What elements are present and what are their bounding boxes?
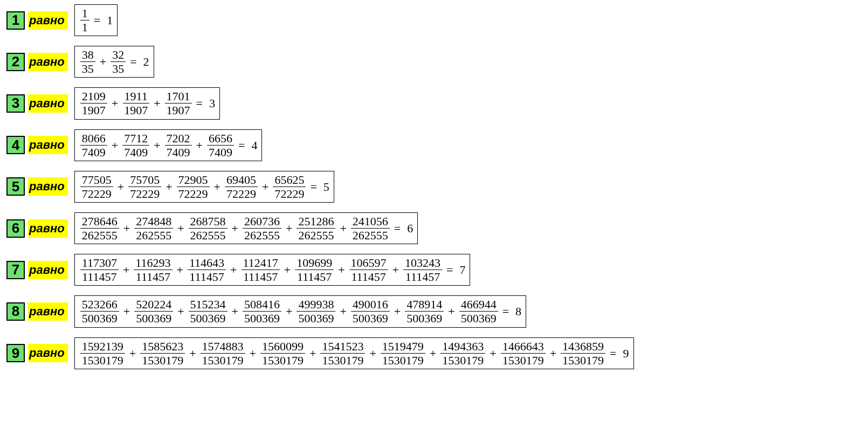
fraction-numerator: 508416 [243, 298, 281, 312]
fraction-denominator: 500369 [189, 312, 228, 324]
equation-row: 6равно278646262555+274848262555+26875826… [6, 212, 862, 244]
fraction-numerator: 77505 [80, 174, 113, 187]
equals-word-label: равно [28, 261, 68, 279]
equation-box: 117307111457+116293111457+114643111457+1… [74, 254, 471, 286]
equals-word-label: равно [28, 219, 68, 238]
fraction-denominator: 262555 [189, 229, 228, 241]
fraction-denominator: 500369 [243, 312, 281, 324]
equals-operator: = [130, 56, 136, 68]
fraction-denominator: 262555 [80, 229, 119, 241]
fraction: 114643111457 [188, 257, 226, 283]
fraction-numerator: 2109 [80, 90, 107, 103]
fraction-denominator: 7409 [207, 146, 234, 158]
plus-operator: + [214, 181, 221, 193]
fraction: 15194791530179 [381, 340, 425, 367]
fraction-numerator: 1911 [123, 90, 149, 103]
plus-operator: + [154, 139, 160, 151]
fraction: 6940572229 [225, 174, 258, 200]
fraction-denominator: 111457 [188, 270, 225, 283]
plus-operator: + [230, 264, 237, 276]
fraction: 15415231530179 [320, 340, 365, 367]
equation-row: 5равно7750572229+7570572229+7290572229+6… [6, 171, 862, 203]
fraction-denominator: 35 [80, 62, 95, 75]
equals-operator: = [394, 222, 401, 234]
fraction-numerator: 1541523 [320, 340, 365, 354]
row-index-badge: 3 [6, 94, 25, 113]
fraction-numerator: 117307 [80, 257, 119, 270]
fraction-denominator: 72229 [225, 187, 258, 200]
fraction-numerator: 1701 [165, 90, 192, 103]
plus-operator: + [369, 347, 376, 360]
fraction-denominator: 7409 [80, 146, 107, 158]
fraction-numerator: 38 [80, 49, 95, 62]
plus-operator: + [177, 305, 184, 317]
fraction: 3235 [111, 49, 126, 75]
fraction: 72027409 [165, 132, 192, 158]
fraction-numerator: 69405 [225, 174, 258, 187]
equations-list: 1равно11=12равно3835+3235=23равно2109190… [6, 4, 862, 369]
fraction: 77127409 [122, 132, 149, 158]
plus-operator: + [177, 222, 184, 234]
fraction: 80667409 [80, 132, 107, 158]
result-value: 2 [143, 56, 149, 68]
fraction-denominator: 111457 [80, 270, 118, 283]
fraction-denominator: 500369 [80, 312, 119, 324]
fraction-denominator: 1530179 [440, 354, 485, 367]
fraction-numerator: 478914 [405, 298, 444, 312]
equals-word-label: равно [28, 344, 68, 362]
result-value: 7 [459, 264, 465, 276]
fraction: 66567409 [207, 132, 234, 158]
fraction: 7750572229 [80, 174, 113, 200]
plus-operator: + [112, 139, 118, 151]
fraction-denominator: 7409 [122, 146, 149, 158]
fraction-denominator: 72229 [273, 187, 306, 200]
row-index-badge: 6 [6, 219, 25, 238]
equation-row: 1равно11=1 [6, 4, 862, 36]
row-index-badge: 1 [6, 11, 25, 30]
fraction: 15856231530179 [140, 340, 185, 367]
fraction-denominator: 262555 [134, 229, 173, 241]
equals-operator: = [610, 347, 616, 360]
fraction: 241056262555 [351, 215, 390, 241]
fraction: 7290572229 [177, 174, 210, 200]
fraction-numerator: 499938 [297, 298, 335, 312]
equals-word-label: равно [28, 177, 68, 196]
equals-word-label: равно [28, 136, 68, 154]
fraction: 7570572229 [128, 174, 161, 200]
fraction-denominator: 1530179 [501, 354, 546, 367]
equation-box: 11=1 [74, 4, 118, 36]
fraction-numerator: 490016 [351, 298, 390, 312]
equation-row: 8равно523266500369+520224500369+51523450… [6, 295, 862, 327]
fraction: 466944500369 [459, 298, 498, 324]
fraction-numerator: 520224 [134, 298, 173, 312]
plus-operator: + [189, 347, 196, 360]
fraction-denominator: 262555 [351, 229, 390, 241]
fraction-numerator: 65625 [273, 174, 306, 187]
plus-operator: + [123, 264, 129, 276]
fraction-numerator: 1519479 [381, 340, 425, 354]
fraction-numerator: 32 [111, 49, 126, 62]
fraction-numerator: 7712 [122, 132, 149, 146]
plus-operator: + [250, 347, 256, 360]
plus-operator: + [392, 264, 399, 276]
plus-operator: + [340, 222, 346, 234]
fraction: 17011907 [165, 90, 192, 116]
fraction-numerator: 1 [80, 7, 89, 20]
fraction-denominator: 500369 [134, 312, 173, 324]
fraction-numerator: 274848 [134, 215, 173, 229]
fraction: 499938500369 [297, 298, 335, 324]
fraction-denominator: 111457 [404, 270, 442, 283]
fraction-denominator: 1530179 [140, 354, 185, 367]
fraction: 508416500369 [243, 298, 281, 324]
equals-word-label: равно [28, 11, 68, 30]
fraction-numerator: 515234 [189, 298, 228, 312]
equals-operator: = [196, 97, 203, 109]
fraction: 14666431530179 [501, 340, 546, 367]
fraction: 251286262555 [297, 215, 335, 241]
plus-operator: + [394, 305, 401, 317]
fraction-numerator: 109699 [295, 257, 334, 270]
fraction-numerator: 466944 [459, 298, 498, 312]
equals-word-label: равно [28, 94, 68, 113]
fraction-numerator: 75705 [128, 174, 161, 187]
fraction: 523266500369 [80, 298, 119, 324]
